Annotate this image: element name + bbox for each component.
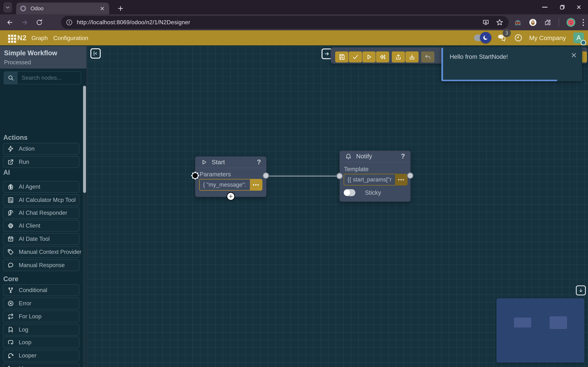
new-tab-button[interactable]: + <box>115 3 126 14</box>
node-title: Notify <box>356 153 372 160</box>
node-search[interactable] <box>4 71 81 84</box>
menu-graph[interactable]: Graph <box>31 35 48 42</box>
zap-icon <box>7 145 14 152</box>
port-notify-input[interactable] <box>336 173 343 179</box>
expand-editor-button[interactable]: ••• <box>395 174 408 185</box>
palette-item-ai-date-tool[interactable]: AI Date Tool <box>3 233 79 245</box>
import-button[interactable] <box>405 51 419 62</box>
minimap-node-notify <box>550 316 567 329</box>
workflow-header: Simple Workflow Processed <box>0 46 87 68</box>
apps-grid-icon[interactable] <box>8 35 16 43</box>
node-help-button[interactable]: ? <box>257 158 261 166</box>
palette-item-manual-context-provider[interactable]: Manual Context Provider <box>3 246 79 258</box>
parameters-input[interactable]: { "my_message": <box>199 179 250 191</box>
search-icon <box>4 72 18 84</box>
scroll-down-icon[interactable] <box>576 285 586 295</box>
window-restore-button[interactable] <box>554 0 571 14</box>
reload-icon[interactable] <box>34 18 44 27</box>
tab-close-icon[interactable]: × <box>100 5 104 12</box>
odoo-appbar: N2 Graph Configuration 3 My Company A <box>0 30 588 46</box>
node-title: Start <box>212 158 225 166</box>
save-button[interactable] <box>335 51 348 62</box>
export-button[interactable] <box>392 51 405 62</box>
add-node-button[interactable] <box>227 192 235 200</box>
url-text[interactable]: http://localhost:8069/odoo/n2/1/N2Design… <box>77 19 190 26</box>
window-close-button[interactable]: × <box>571 0 587 14</box>
install-app-icon[interactable] <box>482 19 489 26</box>
forward-icon[interactable] <box>20 18 29 27</box>
minimap-node-start <box>514 317 531 327</box>
company-name[interactable]: My Company <box>529 34 566 42</box>
extensions-puzzle-icon[interactable] <box>544 18 552 26</box>
palette-item-error[interactable]: Error <box>3 298 79 309</box>
profile-avatar[interactable] <box>566 18 576 27</box>
user-avatar[interactable]: A <box>573 33 584 43</box>
collapse-sidebar-icon[interactable] <box>90 48 101 58</box>
palette-item-run[interactable]: Run <box>3 156 79 168</box>
palette-item-loop[interactable]: Loop <box>3 336 79 348</box>
field-label: Parameters <box>200 171 231 178</box>
extension-owl-icon[interactable] <box>529 18 537 26</box>
menu-configuration[interactable]: Configuration <box>53 35 88 42</box>
search-input[interactable] <box>22 75 77 81</box>
toast-close-icon[interactable]: × <box>571 50 577 60</box>
undo-button[interactable] <box>421 51 434 62</box>
workflow-canvas[interactable]: Start ? Parameters { "my_message": ••• N… <box>87 46 588 367</box>
port-start-input[interactable] <box>191 171 200 180</box>
palette-item-action[interactable]: Action <box>3 143 79 155</box>
app-brand[interactable]: N2 <box>17 34 27 42</box>
palette-item-for-loop[interactable]: For Loop <box>3 311 79 322</box>
play-icon <box>201 159 207 166</box>
window-minimize-button[interactable] <box>537 0 553 14</box>
extension-diver-icon[interactable] <box>514 18 522 26</box>
port-notify-output[interactable] <box>407 172 413 179</box>
minimap[interactable] <box>496 298 584 363</box>
palette-item-ai-agent[interactable]: AI Agent <box>3 181 79 193</box>
port-start-output[interactable] <box>263 172 269 179</box>
palette-item-ai-chat-responder[interactable]: AI Chat Responder <box>3 207 79 219</box>
browser-tab[interactable]: Odoo × <box>16 3 109 14</box>
branch-icon <box>7 287 14 293</box>
svg-text:LOG: LOG <box>9 330 13 332</box>
back-icon[interactable] <box>5 18 15 27</box>
browser-menu-icon[interactable] <box>583 19 584 26</box>
run-button[interactable] <box>362 51 376 62</box>
dark-mode-toggle[interactable] <box>474 34 488 41</box>
validate-button[interactable] <box>349 51 362 62</box>
palette-item-merge[interactable]: Merge <box>3 363 79 367</box>
message-icon <box>7 262 14 268</box>
rewind-button[interactable] <box>376 51 389 62</box>
user-status-dot <box>581 40 586 45</box>
toast-progress <box>443 80 557 81</box>
section-heading-ai: AI <box>3 169 10 176</box>
node-start[interactable]: Start ? Parameters { "my_message": ••• <box>195 157 266 197</box>
sidebar-scrollbar-thumb[interactable] <box>83 86 86 193</box>
messages-button[interactable]: 3 <box>497 33 506 43</box>
palette-item-ai-calculator-mcp-tool[interactable]: AI Calculator Mcp Tool <box>3 194 79 206</box>
bookmark-star-icon[interactable] <box>496 18 504 26</box>
template-input[interactable]: {{ start_params["r <box>344 174 395 185</box>
node-palette-sidebar: Simple Workflow Processed Actions Action… <box>0 46 87 367</box>
field-label: Template <box>344 166 369 173</box>
node-help-button[interactable]: ? <box>401 152 405 160</box>
section-heading-core: Core <box>3 275 18 283</box>
repeat-icon <box>7 313 14 320</box>
palette-item-ai-client[interactable]: AI AI Client <box>3 220 79 232</box>
palette-item-looper[interactable]: Looper <box>3 350 79 361</box>
sticky-toggle[interactable] <box>344 189 355 196</box>
brain-icon <box>7 184 14 190</box>
tab-search-chevron-icon[interactable] <box>3 2 12 12</box>
activities-clock-icon[interactable] <box>514 33 523 42</box>
messages-badge: 3 <box>503 29 511 37</box>
node-notify[interactable]: Notify ? Template {{ start_params["r •••… <box>340 151 411 202</box>
site-info-icon[interactable] <box>66 19 73 26</box>
notification-toast[interactable]: Hello from StartNode! × <box>441 48 582 81</box>
palette-item-conditional[interactable]: Conditional <box>3 284 79 296</box>
calculator-icon <box>7 197 14 203</box>
palette-item-log[interactable]: LOG Log <box>3 324 79 336</box>
expand-editor-button[interactable]: ••• <box>250 179 262 191</box>
browser-window: Odoo × + × http://localhost:8069/odoo/n2… <box>0 0 588 367</box>
palette-item-manual-response[interactable]: Manual Response <box>3 259 79 271</box>
browser-navbar: http://localhost:8069/odoo/n2/1/N2Design… <box>0 14 588 30</box>
url-bar[interactable]: http://localhost:8069/odoo/n2/1/N2Design… <box>61 16 509 29</box>
